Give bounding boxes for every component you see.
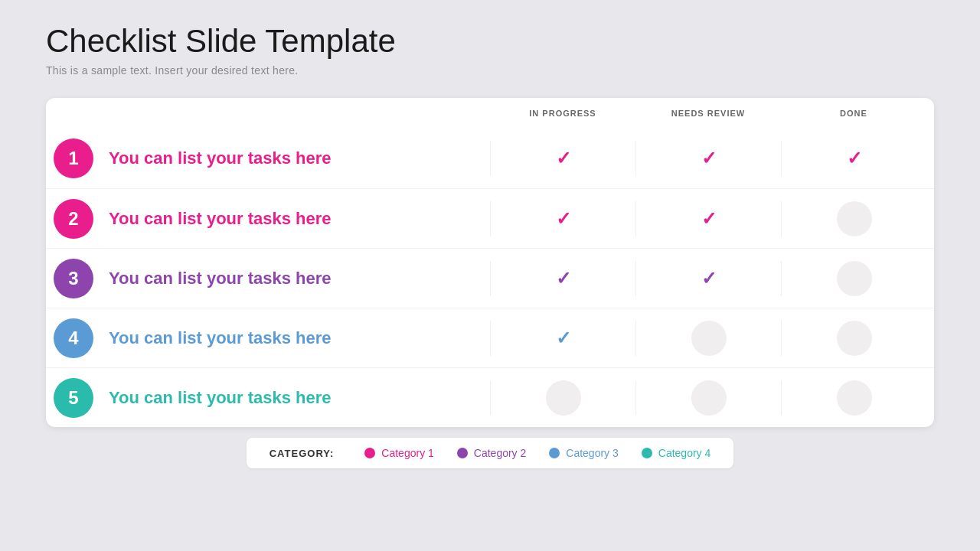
status-done-1[interactable]: ✓ [781,141,926,176]
status-done-3[interactable] [781,261,926,296]
status-needs-review-3[interactable]: ✓ [635,261,781,296]
legend-name-3: Category 3 [566,447,618,459]
status-done-2[interactable] [781,201,926,236]
col-done: DONE [781,98,926,129]
task-label-5: You can list your tasks here [109,388,490,408]
status-done-5[interactable] [781,380,926,416]
status-in-progress-4[interactable]: ✓ [490,321,635,356]
task-label-2: You can list your tasks here [109,209,490,229]
legend-name-4: Category 4 [658,447,710,459]
legend-item-2: Category 2 [457,447,526,459]
page-title: Checklist Slide Template [46,23,934,60]
legend-item-1: Category 1 [364,447,433,459]
legend-item-4: Category 4 [642,447,710,459]
legend-item-3: Category 3 [549,447,618,459]
legend-dot-1 [364,448,375,458]
status-needs-review-4[interactable] [635,321,781,356]
status-in-progress-1[interactable]: ✓ [490,141,635,176]
page-subtitle: This is a sample text. Insert your desir… [46,64,934,77]
status-done-4[interactable] [781,321,926,356]
task-label-1: You can list your tasks here [109,148,490,168]
task-number-2: 2 [54,199,93,239]
col-needs-review: NEEDS REVIEW [635,98,781,129]
task-row-3: 3You can list your tasks here✓✓ [46,248,934,308]
task-row-2: 2You can list your tasks here✓✓ [46,188,934,248]
col-task [54,98,490,129]
task-number-4: 4 [54,318,93,358]
task-label-3: You can list your tasks here [109,269,490,289]
task-rows: 1You can list your tasks here✓✓✓2You can… [46,129,934,427]
legend-label: CATEGORY: [270,448,335,459]
legend-name-2: Category 2 [474,447,526,459]
checklist-table: IN PROGRESS NEEDS REVIEW DONE 1You can l… [46,98,934,427]
legend-dot-2 [457,448,468,458]
legend-bar: CATEGORY:Category 1Category 2Category 3C… [247,438,734,468]
status-in-progress-5[interactable] [490,380,635,416]
task-row-1: 1You can list your tasks here✓✓✓ [46,129,934,188]
task-row-4: 4You can list your tasks here✓ [46,308,934,367]
column-headers: IN PROGRESS NEEDS REVIEW DONE [46,98,934,129]
task-label-4: You can list your tasks here [109,328,490,348]
task-number-1: 1 [54,139,93,178]
status-in-progress-2[interactable]: ✓ [490,201,635,236]
status-needs-review-5[interactable] [635,380,781,416]
col-in-progress: IN PROGRESS [490,98,635,129]
legend-dot-3 [549,448,560,458]
status-needs-review-2[interactable]: ✓ [635,201,781,236]
legend-dot-4 [642,448,652,458]
legend-name-1: Category 1 [381,447,433,459]
status-needs-review-1[interactable]: ✓ [635,141,781,176]
status-in-progress-3[interactable]: ✓ [490,261,635,296]
task-number-3: 3 [54,259,93,298]
task-row-5: 5You can list your tasks here [46,367,934,427]
task-number-5: 5 [54,378,93,418]
